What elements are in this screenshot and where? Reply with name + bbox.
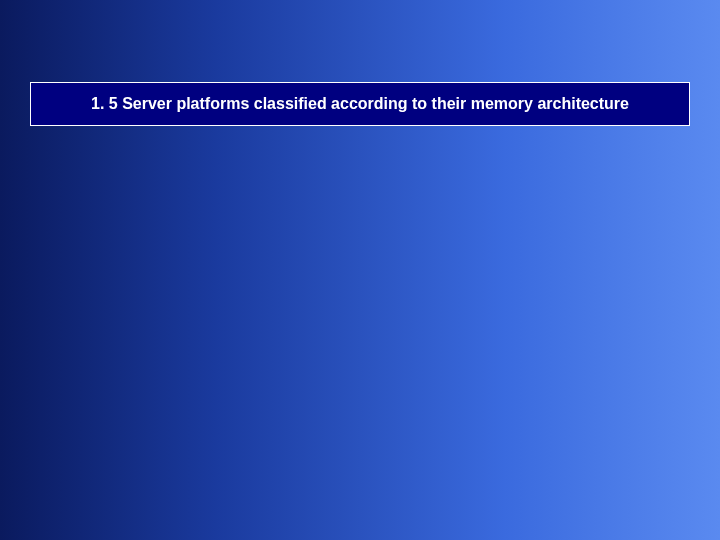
slide-title: 1. 5 Server platforms classified accordi…	[51, 93, 669, 115]
slide-title-box: 1. 5 Server platforms classified accordi…	[30, 82, 690, 126]
